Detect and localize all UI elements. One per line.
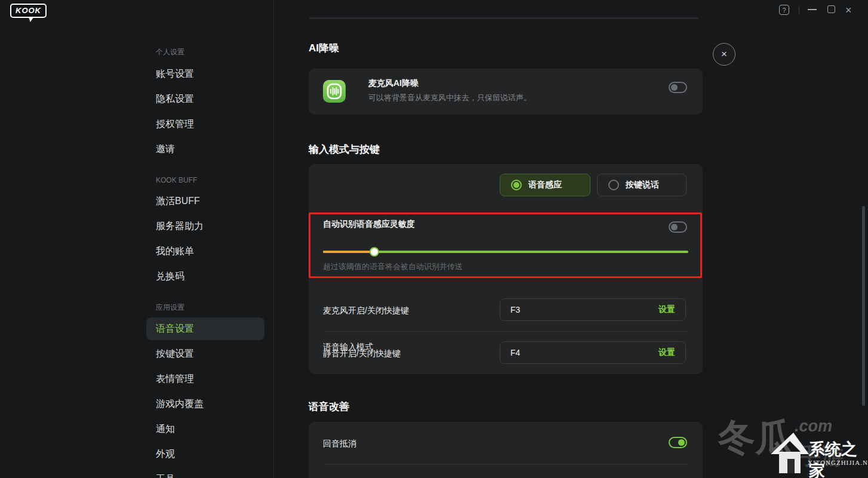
help-icon[interactable]: ? <box>779 5 789 15</box>
radio-voice-activity[interactable]: 语音感应 <box>500 174 590 196</box>
titlebar-separator <box>799 6 799 14</box>
sidebar-header-kook-buff: KOOK BUFF <box>156 175 197 185</box>
sidebar-item-key-settings[interactable]: 按键设置 <box>146 343 264 365</box>
sidebar-item-label: 表情管理 <box>156 373 194 386</box>
radio-selected-icon <box>511 180 522 190</box>
slider-fill <box>323 251 374 253</box>
sidebar-item-my-bills[interactable]: 我的账单 <box>146 240 264 263</box>
sidebar-item-label: 外观 <box>156 448 175 461</box>
sensitivity-hint: 超过该阈值的语音将会被自动识别并传送 <box>323 261 463 272</box>
minimize-icon[interactable] <box>808 9 817 10</box>
sidebar-item-authorization[interactable]: 授权管理 <box>146 113 264 135</box>
sidebar-header-personal: 个人设置 <box>156 47 184 57</box>
row-divider <box>323 331 688 332</box>
sidebar-item-game-overlay[interactable]: 游戏内覆盖 <box>146 393 264 415</box>
settings-sidebar: 个人设置 账号设置 隐私设置 授权管理 邀请 KOOK BUFF 激活BUFF … <box>0 0 274 478</box>
site-watermark: 冬瓜 .com 手游 系统之家 XITONGZHIJIA.NET <box>707 415 868 478</box>
previous-card-edge <box>309 17 699 19</box>
mute-hotkey-value: F4 <box>510 348 520 357</box>
mic-hotkey-set-button[interactable]: 设置 <box>658 304 675 315</box>
sidebar-item-privacy[interactable]: 隐私设置 <box>146 88 264 110</box>
sidebar-item-label: 激活BUFF <box>156 195 200 208</box>
section-title-ai-denoise: AI降噪 <box>309 41 339 55</box>
radio-push-to-talk[interactable]: 按键说话 <box>597 174 687 196</box>
close-settings-button[interactable]: × <box>713 43 735 66</box>
mic-ai-denoise-toggle[interactable] <box>669 82 687 93</box>
sidebar-item-voice-settings[interactable]: 语音设置 <box>146 317 264 340</box>
sensitivity-label: 自动识别语音感应灵敏度 <box>323 219 415 230</box>
toggle-knob <box>671 224 678 230</box>
radio-label: 按键说话 <box>626 180 659 190</box>
sidebar-item-appearance[interactable]: 外观 <box>146 443 264 465</box>
sidebar-item-label: 兑换码 <box>156 270 184 283</box>
sensitivity-slider[interactable] <box>323 251 688 253</box>
sidebar-item-label: 服务器助力 <box>156 220 204 233</box>
voice-improve-card: 回音抵消 <box>309 422 703 478</box>
sidebar-item-label: 授权管理 <box>156 118 194 131</box>
section-title-input-mode: 输入模式与按键 <box>309 143 380 156</box>
app-window: KOOK ? × 个人设置 账号设置 隐私设置 授权管理 邀请 KOOK BUF… <box>0 0 868 478</box>
sidebar-item-label: 账号设置 <box>156 68 194 81</box>
sidebar-item-redeem-code[interactable]: 兑换码 <box>146 265 264 288</box>
section-title-voice-improve: 语音改善 <box>309 400 349 414</box>
sidebar-header-app-settings: 应用设置 <box>156 303 184 312</box>
sidebar-item-emoji-manage[interactable]: 表情管理 <box>146 368 264 390</box>
mic-hotkey-label: 麦克风开启/关闭快捷键 <box>323 306 409 316</box>
mute-hotkey-set-button[interactable]: 设置 <box>658 347 675 358</box>
scrollbar-thumb[interactable] <box>862 206 865 406</box>
sensitivity-auto-toggle[interactable] <box>669 221 687 233</box>
house-icon <box>769 431 812 477</box>
close-window-icon[interactable]: × <box>845 3 852 17</box>
sidebar-item-label: 我的账单 <box>156 245 194 258</box>
watermark-site-name: 系统之家 <box>809 439 868 478</box>
row-divider <box>323 464 688 465</box>
radio-unselected-icon <box>608 180 619 190</box>
mute-hotkey-input[interactable]: F4 设置 <box>500 341 686 364</box>
ai-denoise-card: 麦克风AI降噪 可以将背景音从麦克风中抹去，只保留说话声。 <box>309 69 703 115</box>
watermark-text-big: 冬瓜 <box>718 415 792 462</box>
slider-thumb[interactable] <box>370 247 379 257</box>
sidebar-item-invite[interactable]: 邀请 <box>146 138 264 161</box>
mic-ai-denoise-subtitle: 可以将背景音从麦克风中抹去，只保留说话声。 <box>368 92 531 103</box>
sidebar-item-activate-buff[interactable]: 激活BUFF <box>146 190 264 212</box>
sidebar-item-label: 游戏内覆盖 <box>156 398 204 411</box>
sidebar-item-notifications[interactable]: 通知 <box>146 418 264 440</box>
toggle-knob <box>678 439 685 446</box>
sidebar-item-label: 语音设置 <box>156 323 194 335</box>
input-mode-card: 语音输入模式 语音感应 按键说话 自动识别语音感应灵敏度 超过该阈值的语音将会被… <box>309 164 703 374</box>
mic-hotkey-value: F3 <box>510 305 520 314</box>
watermark-text-big2: 手游 <box>798 441 844 471</box>
watermark-domain: .com <box>795 417 832 436</box>
sidebar-item-label: 邀请 <box>156 143 175 156</box>
sidebar-item-account[interactable]: 账号设置 <box>146 63 264 85</box>
toggle-knob <box>671 84 678 91</box>
maximize-icon[interactable] <box>827 5 835 13</box>
sidebar-item-tools[interactable]: 工具 <box>146 468 264 478</box>
mic-ai-denoise-title: 麦克风AI降噪 <box>368 78 418 89</box>
sidebar-item-label: 按键设置 <box>156 348 194 360</box>
watermark-site-url: XITONGZHIJIA.NET <box>808 459 868 466</box>
sidebar-item-label: 工具 <box>156 473 175 478</box>
echo-cancel-toggle[interactable] <box>669 437 687 448</box>
sidebar-item-server-boost[interactable]: 服务器助力 <box>146 215 264 238</box>
echo-cancel-label: 回音抵消 <box>323 439 356 449</box>
sidebar-item-label: 通知 <box>156 423 175 436</box>
sidebar-item-label: 隐私设置 <box>156 93 194 106</box>
mic-hotkey-input[interactable]: F3 设置 <box>500 298 686 321</box>
mute-hotkey-label: 静音开启/关闭快捷键 <box>323 349 401 359</box>
radio-label: 语音感应 <box>528 180 562 190</box>
ai-denoise-icon <box>323 80 346 103</box>
